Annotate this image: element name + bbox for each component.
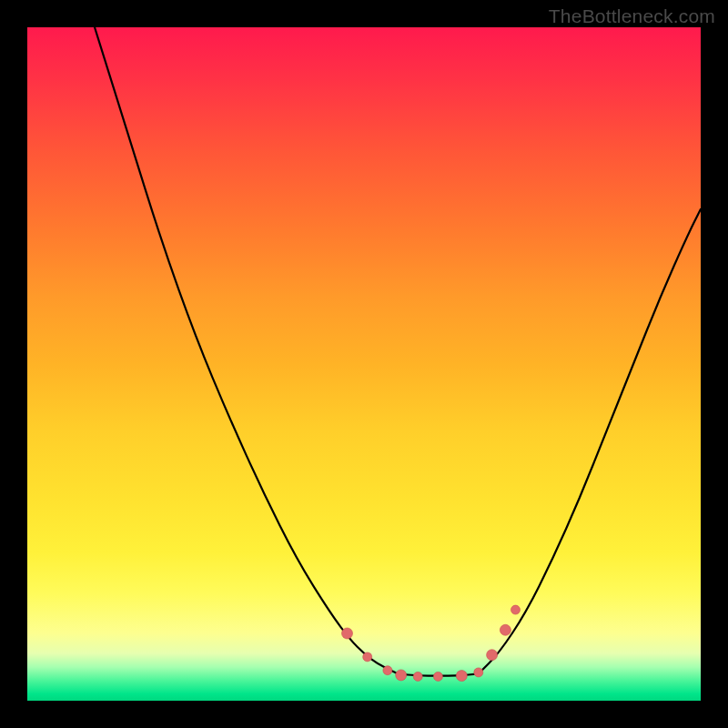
- marker-point: [511, 605, 521, 614]
- chart-frame: TheBottleneck.com: [0, 0, 728, 728]
- marker-point: [383, 666, 392, 675]
- marker-point: [500, 624, 511, 635]
- marker-point: [363, 652, 372, 662]
- chart-svg: [27, 27, 701, 701]
- marker-point: [396, 670, 407, 681]
- marker-point: [474, 668, 483, 677]
- bottleneck-curve: [95, 27, 701, 676]
- marker-point: [342, 628, 353, 639]
- plot-area: [27, 27, 701, 701]
- watermark-text: TheBottleneck.com: [549, 5, 715, 27]
- marker-point: [413, 672, 422, 681]
- marker-point: [456, 671, 467, 682]
- marker-point: [487, 650, 498, 661]
- highlight-markers: [342, 605, 521, 682]
- marker-point: [433, 672, 442, 681]
